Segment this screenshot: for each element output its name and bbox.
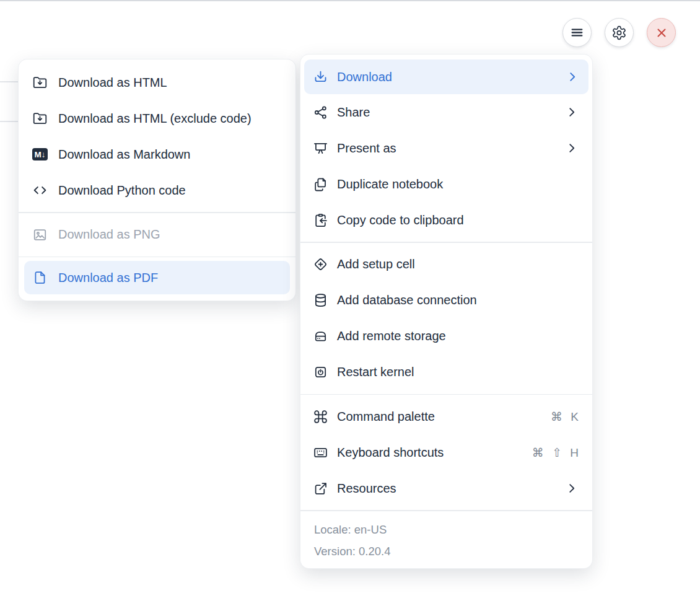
- menu-footer: Locale: en-US Version: 0.20.4: [300, 515, 592, 565]
- chevron-right-icon: [566, 70, 579, 84]
- download-icon: [313, 69, 328, 85]
- menu-item-label: Present as: [337, 141, 396, 156]
- menu-item-label: Duplicate notebook: [337, 177, 443, 191]
- menu-item-download-python-code[interactable]: Download Python code: [19, 172, 295, 208]
- menu-item-download-as-png: Download as PNG: [19, 217, 295, 253]
- download-submenu: Download as HTML Download as HTML (exclu…: [19, 59, 295, 301]
- menu-item-restart-kernel[interactable]: Restart kernel: [300, 354, 592, 390]
- menu-item-download[interactable]: Download: [304, 59, 588, 94]
- diamond-plus-icon: [313, 257, 328, 272]
- database-icon: [313, 292, 328, 308]
- locale-text: Locale: en-US: [314, 519, 579, 540]
- menu-item-label: Add database connection: [337, 293, 477, 307]
- markdown-icon: M↓: [32, 147, 48, 162]
- hamburger-icon: [569, 25, 585, 40]
- menu-item-download-as-html[interactable]: Download as HTML: [19, 64, 295, 100]
- menu-item-label: Download as PDF: [58, 271, 158, 285]
- clipboard-copy-icon: [313, 213, 328, 228]
- background-rule: [0, 81, 19, 82]
- background-rule: [0, 121, 19, 122]
- menu-item-label: Resources: [337, 481, 396, 496]
- menu-item-label: Share: [337, 105, 370, 120]
- menu-item-label: Command palette: [337, 410, 435, 424]
- menu-item-label: Download as PNG: [58, 227, 160, 242]
- close-icon: [654, 25, 669, 40]
- floating-toolbar: [562, 18, 676, 47]
- folder-download-icon: [32, 75, 48, 90]
- menu-item-label: Download as Markdown: [58, 147, 190, 162]
- power-icon: [313, 364, 328, 380]
- chevron-right-icon: [565, 105, 579, 119]
- shortcut-hint: ⌘ K: [551, 410, 579, 424]
- menu-divider: [19, 257, 295, 258]
- command-icon: [313, 409, 328, 424]
- menu-divider: [300, 510, 592, 511]
- keyboard-icon: [313, 445, 328, 460]
- duplicate-icon: [313, 177, 328, 192]
- shortcut-hint: ⌘ ⇧ H: [532, 446, 579, 460]
- menu-item-add-remote-storage[interactable]: Add remote storage: [300, 319, 592, 354]
- menu-item-keyboard-shortcuts[interactable]: Keyboard shortcuts ⌘ ⇧ H: [300, 434, 592, 470]
- menu-item-label: Download Python code: [58, 183, 186, 198]
- image-icon: [32, 227, 48, 242]
- menu-item-share[interactable]: Share: [300, 94, 592, 130]
- menu-item-command-palette[interactable]: Command palette ⌘ K: [300, 398, 592, 434]
- close-menu-button[interactable]: [647, 18, 676, 47]
- menu-item-label: Download: [337, 70, 392, 84]
- menu-item-label: Add remote storage: [337, 329, 446, 343]
- menu-item-label: Copy code to clipboard: [337, 213, 464, 227]
- menu-item-download-as-markdown[interactable]: M↓ Download as Markdown: [19, 136, 295, 172]
- share-icon: [313, 105, 328, 120]
- menu-item-download-as-pdf[interactable]: Download as PDF: [24, 261, 290, 294]
- settings-button[interactable]: [605, 18, 634, 47]
- gear-icon: [611, 25, 627, 40]
- menu-item-add-setup-cell[interactable]: Add setup cell: [300, 247, 592, 283]
- menu-item-add-database-connection[interactable]: Add database connection: [300, 283, 592, 319]
- file-icon: [32, 270, 48, 286]
- chevron-right-icon: [565, 141, 579, 155]
- menu-divider: [19, 212, 295, 213]
- menu-item-resources[interactable]: Resources: [300, 470, 592, 506]
- menu-divider: [300, 394, 592, 395]
- menu-item-copy-code-to-clipboard[interactable]: Copy code to clipboard: [300, 202, 592, 238]
- menu-item-label: Download as HTML: [58, 76, 167, 90]
- menu-item-download-as-html-exclude-code[interactable]: Download as HTML (exclude code): [19, 100, 295, 136]
- menu-item-label: Restart kernel: [337, 365, 414, 379]
- menu-item-present-as[interactable]: Present as: [300, 130, 592, 166]
- menu-item-duplicate-notebook[interactable]: Duplicate notebook: [300, 166, 592, 202]
- menu-divider: [300, 242, 592, 243]
- menu-item-label: Download as HTML (exclude code): [58, 112, 252, 126]
- external-link-icon: [313, 481, 328, 496]
- main-menu: Download Share Present as Duplicate note…: [300, 55, 592, 568]
- version-text: Version: 0.20.4: [314, 540, 579, 562]
- presentation-icon: [313, 141, 328, 156]
- menu-button[interactable]: [562, 18, 592, 47]
- menu-item-label: Keyboard shortcuts: [337, 446, 444, 460]
- chevron-right-icon: [565, 481, 579, 495]
- code-icon: [32, 183, 48, 198]
- page-top-border: [0, 0, 700, 1]
- menu-item-label: Add setup cell: [337, 257, 415, 271]
- storage-icon: [313, 328, 328, 344]
- folder-download-icon: [32, 111, 48, 126]
